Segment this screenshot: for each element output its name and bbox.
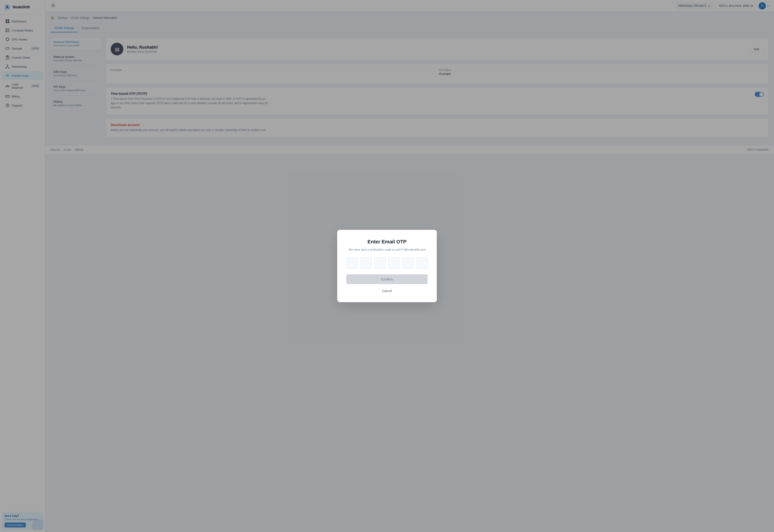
otp-input-1[interactable] xyxy=(346,257,358,269)
modal-overlay: Enter Email OTP We have sent a verificat… xyxy=(45,0,774,532)
confirm-button[interactable]: Confirm xyxy=(346,274,428,284)
otp-input-5[interactable] xyxy=(402,257,414,269)
otp-inputs-container xyxy=(346,257,428,269)
otp-input-6[interactable] xyxy=(416,257,428,269)
otp-input-3[interactable] xyxy=(374,257,386,269)
modal-title: Enter Email OTP xyxy=(346,239,428,245)
otp-input-4[interactable] xyxy=(388,257,400,269)
modal-subtitle: We have sent a verification code to rush… xyxy=(346,247,428,252)
otp-modal: Enter Email OTP We have sent a verificat… xyxy=(337,230,437,302)
otp-input-2[interactable] xyxy=(360,257,372,269)
cancel-button[interactable]: Cancel xyxy=(346,287,428,295)
main-area: PERSONAL PROJECT REFILL BALANCE: $698.34… xyxy=(45,0,774,532)
